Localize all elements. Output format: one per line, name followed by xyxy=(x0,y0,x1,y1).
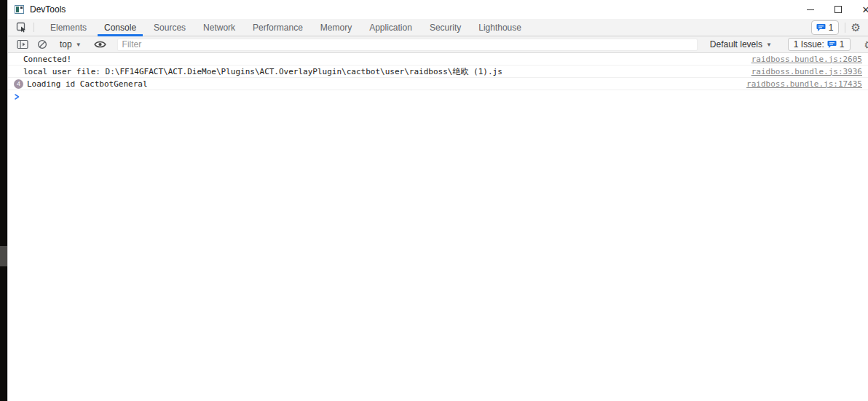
issues-bubble-icon xyxy=(816,23,826,32)
close-button[interactable]: ✕ xyxy=(852,0,868,19)
console-message-text: local user file: D:\FF14GFACT\ACT.DieMoe… xyxy=(23,66,502,77)
eye-icon xyxy=(94,40,106,49)
chevron-down-icon: ▼ xyxy=(766,41,772,48)
devtools-window: DevTools ✕ Elements Console xyxy=(7,0,868,401)
minimize-icon xyxy=(807,9,814,10)
context-label: top xyxy=(60,39,72,49)
desktop-background-notch xyxy=(0,246,7,266)
tab-network[interactable]: Network xyxy=(197,19,242,36)
levels-label: Default levels xyxy=(710,39,762,49)
clear-console-icon xyxy=(37,39,47,49)
inspect-element-button[interactable] xyxy=(12,19,32,36)
console-message-text: Loading id CactbotGeneral xyxy=(27,79,148,89)
console-sidebar-toggle-button[interactable] xyxy=(12,39,33,49)
issues-count: 1 xyxy=(829,23,834,33)
devtools-app-icon xyxy=(15,5,24,14)
settings-gear-icon[interactable]: ⚙ xyxy=(851,22,861,33)
prompt-chevron-icon xyxy=(14,93,20,100)
panel-tabs: Elements Console Sources Network Perform… xyxy=(42,19,530,36)
issue-count: 1 xyxy=(840,39,845,49)
console-message-row: 4 Loading id CactbotGeneral raidboss.bun… xyxy=(8,78,868,90)
source-location-link[interactable]: raidboss.bundle.js:3936 xyxy=(737,67,862,76)
title-bar: DevTools ✕ xyxy=(8,0,868,19)
live-expression-button[interactable] xyxy=(90,40,111,49)
tab-memory[interactable]: Memory xyxy=(314,19,358,36)
tab-sources[interactable]: Sources xyxy=(147,19,192,36)
minimize-button[interactable] xyxy=(797,0,824,19)
issue-label: 1 Issue: xyxy=(794,39,824,49)
tab-console[interactable]: Console xyxy=(98,19,143,36)
tab-application[interactable]: Application xyxy=(363,19,419,36)
separator xyxy=(33,23,34,32)
execution-context-selector[interactable]: top ▼ xyxy=(55,39,86,49)
tab-lighthouse[interactable]: Lighthouse xyxy=(472,19,528,36)
window-controls: ✕ xyxy=(797,0,868,19)
clear-console-button[interactable] xyxy=(33,39,52,49)
console-settings-gear-icon[interactable]: ⚙ xyxy=(860,39,868,50)
issues-counter-button[interactable]: 1 xyxy=(811,20,839,35)
issue-counter-button[interactable]: 1 Issue: 1 xyxy=(788,38,851,51)
devtools-tab-bar: Elements Console Sources Network Perform… xyxy=(8,19,868,36)
filter-input[interactable] xyxy=(117,39,698,51)
console-prompt[interactable] xyxy=(8,90,868,103)
window-title: DevTools xyxy=(30,4,66,15)
log-levels-selector[interactable]: Default levels ▼ xyxy=(703,39,778,49)
tab-security[interactable]: Security xyxy=(423,19,467,36)
chevron-down-icon: ▼ xyxy=(76,41,82,48)
devtools-screen: DevTools ✕ Elements Console xyxy=(0,0,868,401)
tab-performance[interactable]: Performance xyxy=(246,19,309,36)
separator xyxy=(845,23,845,33)
console-messages-area: Connected! raidboss.bundle.js:2605 local… xyxy=(8,53,868,401)
source-location-link[interactable]: raidboss.bundle.js:2605 xyxy=(737,55,862,64)
issues-bubble-icon xyxy=(827,40,837,49)
maximize-button[interactable] xyxy=(824,0,852,19)
repeat-count-badge: 4 xyxy=(14,79,23,89)
inspect-cursor-icon xyxy=(16,22,28,33)
desktop-background-strip xyxy=(0,0,7,401)
sidebar-panel-icon xyxy=(17,39,28,49)
console-toolbar: top ▼ Default levels ▼ 1 Issue: xyxy=(8,36,868,53)
console-message-text: Connected! xyxy=(23,55,71,64)
tab-bar-right: 1 ⚙ xyxy=(811,19,868,36)
maximize-icon xyxy=(835,6,842,13)
tab-elements[interactable]: Elements xyxy=(44,19,93,36)
console-message-row: local user file: D:\FF14GFACT\ACT.DieMoe… xyxy=(8,65,868,78)
console-message-row: Connected! raidboss.bundle.js:2605 xyxy=(8,53,868,65)
close-icon: ✕ xyxy=(862,5,868,15)
source-location-link[interactable]: raidboss.bundle.js:17435 xyxy=(732,79,862,89)
